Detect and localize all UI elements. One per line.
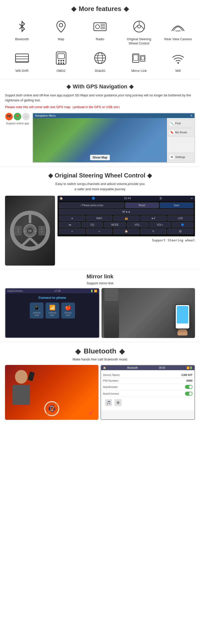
bt-auto-connect-row: AutoConnect bbox=[103, 390, 192, 397]
bluetooth-icon bbox=[13, 18, 31, 35]
settings-nav-btn[interactable]: ⚙ Settings bbox=[168, 153, 193, 161]
wifi-label: Wifi bbox=[175, 69, 181, 73]
my-route-btn[interactable]: 🔖 My Route bbox=[168, 128, 193, 136]
wifi-icon bbox=[169, 50, 187, 67]
sw-vol-minus-btn[interactable]: VOL- bbox=[127, 222, 148, 228]
sw-refresh-btn[interactable]: ↻ bbox=[140, 228, 166, 234]
bt-screen: 🏠 Bluetooth 00:03 📶🔋 Device Name: CAR KI… bbox=[100, 365, 195, 420]
bt-title: Bluetooth bbox=[84, 347, 116, 355]
svg-point-19 bbox=[58, 60, 60, 62]
sw-back-icon: ↩ bbox=[191, 197, 193, 200]
map-label: Map bbox=[58, 37, 64, 42]
gps-diamond-left: ◆ bbox=[67, 83, 71, 90]
diamond-left-icon: ◆ bbox=[71, 5, 76, 13]
bt-screen-header: 🏠 Bluetooth 00:03 📶🔋 bbox=[101, 366, 194, 370]
sw-panel-body: ○ Please press a key Reset Save M/◄◄ ● N… bbox=[58, 201, 195, 236]
mirror-link-icon bbox=[130, 50, 148, 67]
sw-lud-btn[interactable]: LUD bbox=[167, 216, 193, 221]
steering-content: OK △ ▽ ◁ ▷ △ ▽ 🏠 🔵 15:44 ☰ ↩ bbox=[5, 196, 195, 266]
rear-camera-label: Rear View Camera bbox=[164, 37, 192, 42]
sw-back-step-btn[interactable]: « bbox=[59, 228, 85, 234]
connect-title: Connect to phone bbox=[39, 296, 66, 300]
android-wifi-opt[interactable]: 📶 Android WiFi bbox=[46, 302, 59, 318]
bt-auto-answer-row: AutoAnswer bbox=[103, 384, 192, 390]
sw-home2-btn[interactable]: 🏠 bbox=[113, 228, 139, 234]
sw-prompt: ○ Please press a key bbox=[59, 202, 124, 208]
mirror-section: Mirror link Support mirror-link EasyConn… bbox=[0, 269, 200, 342]
mirror-subtitle: Support mirror-link bbox=[5, 281, 195, 285]
steering-label: Original Steering Wheel Control bbox=[127, 37, 151, 46]
mirror-images: EasyConnect... 17:38 🔋 📶 Connect to phon… bbox=[5, 288, 195, 338]
svg-rect-18 bbox=[58, 54, 65, 59]
sw-eq-btn[interactable]: EQ bbox=[82, 222, 103, 228]
sw-radio-btn[interactable]: 📻 bbox=[113, 216, 139, 221]
sw-save-btn[interactable]: Save bbox=[160, 202, 194, 208]
steering-wheel-graphic: OK △ ▽ ◁ ▷ △ ▽ bbox=[10, 211, 50, 250]
steering-photo: OK △ ▽ ◁ ▷ △ ▽ bbox=[5, 196, 55, 266]
app-icons-row: 🗺 📍 ··· bbox=[5, 113, 30, 120]
steering-support-text: Support Steering wheel bbox=[58, 238, 195, 242]
sw-play-btn[interactable]: ►II bbox=[140, 216, 166, 221]
sw-circle-btn[interactable]: ● bbox=[59, 216, 85, 221]
svg-text:▽: ▽ bbox=[41, 231, 43, 233]
auto-connect-toggle[interactable] bbox=[185, 392, 192, 396]
pin-value: 0000 bbox=[186, 379, 192, 382]
device-name-value: CAR KIT bbox=[181, 374, 192, 376]
bt-subtitle: Make hands free call/ Buletooth music bbox=[5, 358, 195, 361]
sw-power-btn[interactable]: ⏻ bbox=[167, 228, 193, 234]
android-usb-opt[interactable]: 📱 Android USB bbox=[30, 302, 44, 318]
android-wifi-icon: 📶 bbox=[47, 304, 58, 310]
show-map-btn[interactable]: Show Map bbox=[90, 155, 110, 160]
auto-answer-toggle[interactable] bbox=[185, 385, 192, 389]
nav-controls: ✕ bbox=[190, 114, 192, 117]
svg-text:△: △ bbox=[41, 227, 43, 230]
svg-point-22 bbox=[58, 62, 60, 64]
sw-vol-plus-btn[interactable]: VOL+ bbox=[149, 222, 171, 228]
sw-mode-btn[interactable]: MODE bbox=[104, 222, 126, 228]
nav-title: Navigation Menu bbox=[35, 114, 56, 117]
gps-nav-screenshot: Navigation Menu ✕ Show Map 🔍 Find 🔖 My R… bbox=[33, 113, 195, 163]
svg-point-23 bbox=[60, 62, 62, 64]
nav-map: Show Map bbox=[33, 118, 167, 162]
route-icon: 🔖 bbox=[169, 130, 174, 135]
bt-screen-home: 🏠 bbox=[103, 366, 106, 369]
sw-prev-btn[interactable]: ⏮ bbox=[59, 222, 81, 228]
app-support-text: Support online app bbox=[6, 122, 29, 125]
sw-bluetooth-icon: 🔵 bbox=[92, 197, 95, 200]
feature-bluetooth: Bluetooth bbox=[6, 18, 38, 42]
svg-point-0 bbox=[59, 24, 63, 27]
sw-navi-btn[interactable]: NAVI bbox=[86, 216, 112, 221]
radio-icon bbox=[91, 18, 109, 35]
svg-point-32 bbox=[177, 62, 179, 64]
mirror-status-icons: 🔋 📶 bbox=[90, 290, 97, 292]
feature-wifi-dvr: Wifi DVR bbox=[6, 50, 38, 73]
phone-in-hand bbox=[175, 304, 190, 329]
svg-point-8 bbox=[137, 25, 140, 28]
maps-app-icon: 🗺 bbox=[5, 113, 13, 120]
nav-header: Navigation Menu ✕ bbox=[33, 113, 194, 118]
sw-prompt-text: Please press a key bbox=[82, 204, 103, 207]
find-btn[interactable]: 🔍 Find bbox=[168, 119, 193, 128]
gps-diamond-right: ◆ bbox=[129, 83, 133, 90]
sw-bt-btn[interactable]: 🔵 bbox=[172, 222, 193, 228]
svg-rect-29 bbox=[133, 55, 138, 60]
sw-panel-header: 🏠 🔵 15:44 ☰ ↩ bbox=[58, 196, 195, 201]
bt-gear-icon[interactable]: ⚙ bbox=[114, 399, 121, 406]
svg-rect-13 bbox=[16, 54, 29, 62]
iphone-wifi-opt[interactable]: 🍎 iPhone WiFi bbox=[61, 302, 75, 318]
android-wifi-label: Android WiFi bbox=[47, 312, 58, 316]
sw-reset-btn[interactable]: Reset bbox=[125, 202, 159, 208]
steering-diamond-left: ◆ bbox=[48, 172, 53, 179]
svg-point-20 bbox=[60, 60, 62, 62]
bt-screen-time: 00:03 bbox=[159, 366, 165, 369]
feature-mirror-link: Mirror Link bbox=[123, 50, 155, 73]
svg-point-24 bbox=[63, 62, 64, 64]
sw-mute-btn[interactable]: M/◄◄ bbox=[59, 209, 193, 215]
bt-screen-body: Device Name: CAR KIT PIN Number: 0000 Au… bbox=[101, 370, 194, 410]
bt-images: 📵 ✓ 🏠 Bluetooth 00:03 📶🔋 Device Name: CA… bbox=[5, 365, 195, 420]
sw-fwd-step-btn[interactable]: » bbox=[86, 228, 112, 234]
auto-connect-label: AutoConnect bbox=[103, 392, 119, 395]
svg-text:▽: ▽ bbox=[17, 231, 19, 233]
svg-line-11 bbox=[140, 26, 144, 29]
3g4g-label: 3G&4G bbox=[95, 69, 105, 73]
